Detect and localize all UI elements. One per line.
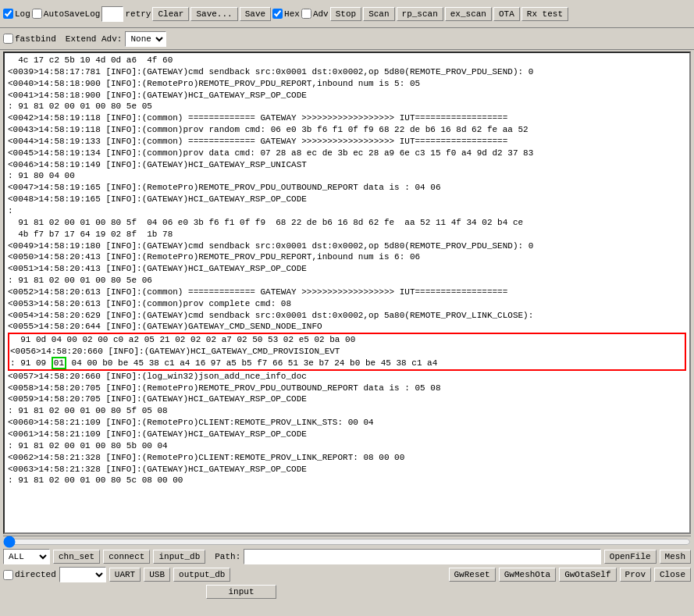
log-line: <0039>14:58:17:781 [INFO]:(GATEWAY)cmd s…: [8, 66, 686, 78]
input-db-button[interactable]: input_db: [153, 550, 205, 564]
log-line: 91 0d 04 00 02 00 c0 a2 05 21 02 02 02 a…: [8, 333, 686, 346]
ota-button[interactable]: OTA: [493, 7, 520, 21]
log-line: 4b f7 b7 17 64 19 02 8f 1b 78: [8, 229, 686, 240]
uart-button[interactable]: UART: [109, 568, 141, 582]
adv-checkbox[interactable]: [301, 9, 311, 19]
retry-label: retry: [125, 9, 151, 19]
save-button[interactable]: Save: [240, 7, 271, 21]
rp-scan-button[interactable]: rp_scan: [397, 7, 443, 21]
log-line: <0046>14:58:19:149 [INFO]:(GATEWAY)HCI_G…: [8, 159, 686, 171]
usb-button[interactable]: USB: [144, 568, 170, 582]
directed-label: directed: [15, 570, 56, 579]
log-checkbox[interactable]: [3, 9, 13, 19]
mesh-button[interactable]: Mesh: [660, 550, 691, 564]
log-line: <0047>14:58:19:165 [INFO]:(RemotePro)REM…: [8, 182, 686, 194]
log-line: : 91 09 01 04 00 b0 be 45 38 c1 a4 16 97…: [8, 358, 686, 371]
hex-checkbox[interactable]: [272, 9, 283, 19]
log-line: <0045>14:58:19:134 [INFO]:(common)prov d…: [8, 148, 686, 159]
log-line: <0044>14:58:19:133 [INFO]:(common) =====…: [8, 136, 686, 148]
log-line: 91 81 02 00 01 00 80 5f 04 06 e0 3b f6 f…: [8, 217, 686, 229]
log-line: : 91 80 04 00: [8, 170, 686, 182]
open-file-button[interactable]: OpenFile: [604, 550, 657, 564]
bottom-bar: ALL INFO WARN ERROR chn_set connect inpu…: [0, 547, 694, 601]
log-line: <0040>14:58:18:900 [INFO]:(RemotePro)REM…: [8, 78, 686, 90]
fastbind-checkbox[interactable]: [3, 34, 13, 44]
fastbind-label: fastbind: [15, 34, 56, 44]
log-line: <0059>14:58:20:705 [INFO]:(GATEWAY)HCI_G…: [8, 393, 686, 405]
stop-button[interactable]: Stop: [330, 7, 361, 21]
log-line: : 91 81 02 00 01 00 80 5e 06: [8, 275, 686, 287]
log-line: <0055>14:58:20:644 [INFO]:(GATEWAY)GATEW…: [8, 321, 686, 333]
log-line: 4c 17 c2 5b 10 4d 0d a6 4f 60: [8, 55, 686, 66]
autosavelog-checkbox[interactable]: [32, 9, 42, 19]
adv-checkbox-label[interactable]: Adv: [301, 9, 329, 19]
close-button[interactable]: Close: [654, 568, 691, 582]
green-highlight-span: 01: [52, 357, 66, 369]
log-line: <0049>14:58:19:180 [INFO]:(GATEWAY)cmd s…: [8, 240, 686, 252]
log-checkbox-label[interactable]: Log: [3, 9, 30, 19]
extend-adv-label: Extend Adv:: [66, 34, 123, 44]
retry-input[interactable]: 2: [101, 6, 123, 22]
fastbind-checkbox-label[interactable]: fastbind: [3, 34, 56, 44]
log-line: : 91 81 02 00 01 00 80 5e 05: [8, 101, 686, 112]
log-line: <0052>14:58:20:613 [INFO]:(common) =====…: [8, 287, 686, 298]
bottom-row3: input: [3, 585, 691, 599]
chn-set-button[interactable]: chn_set: [53, 550, 100, 564]
log-line: :: [8, 205, 686, 217]
log-line: : 91 81 02 00 01 00 80 5f 05 08: [8, 405, 686, 417]
log-line: <0061>14:58:21:109 [INFO]:(GATEWAY)HCI_G…: [8, 429, 686, 440]
log-line: <0048>14:58:19:165 [INFO]:(GATEWAY)HCI_G…: [8, 194, 686, 205]
extend-adv-select[interactable]: None: [125, 31, 166, 47]
autosavelog-checkbox-label[interactable]: AutoSaveLog: [32, 9, 101, 19]
hex-checkbox-label[interactable]: Hex: [272, 9, 300, 19]
bottom-row2: directed UART USB output_db GwReset GwMe…: [3, 567, 691, 582]
log-line: <0060>14:58:21:109 [INFO]:(RemotePro)CLI…: [8, 417, 686, 429]
log-line: <0056>14:58:20:660 [INFO]:(GATEWAY)HCI_G…: [8, 346, 686, 358]
toolbar-row2: fastbind Extend Adv: None: [0, 28, 694, 50]
log-line: <0050>14:58:20:413 [INFO]:(RemotePro)REM…: [8, 251, 686, 263]
adv-label: Adv: [313, 9, 329, 19]
connect-button[interactable]: connect: [103, 550, 150, 564]
toolbar-row1: Log AutoSaveLog 2 retry Clear Save... Sa…: [0, 0, 694, 28]
path-label: Path:: [215, 552, 240, 561]
log-line: <0062>14:58:21:328 [INFO]:(RemotePro)CLI…: [8, 452, 686, 464]
directed-select[interactable]: [59, 567, 106, 582]
log-line: : 91 81 02 00 01 00 80 5c 08 00 00: [8, 475, 686, 486]
log-line: <0057>14:58:20:660 [INFO]:(log_win32)jso…: [8, 371, 686, 383]
output-db-button[interactable]: output_db: [173, 568, 230, 582]
h-scroll-input[interactable]: [3, 536, 691, 547]
log-line: : 91 81 02 00 01 00 80 5b 00 04: [8, 440, 686, 452]
gw-ota-self-button[interactable]: GwOtaSelf: [559, 568, 616, 582]
log-line: <0053>14:58:20:613 [INFO]:(common)prov c…: [8, 298, 686, 310]
save-as-button[interactable]: Save...: [190, 7, 237, 21]
log-line: <0058>14:58:20:705 [INFO]:(RemotePro)REM…: [8, 383, 686, 394]
hex-label: Hex: [284, 9, 300, 19]
autosavelog-label: AutoSaveLog: [44, 9, 101, 19]
directed-checkbox-label[interactable]: directed: [3, 570, 56, 580]
filter-select[interactable]: ALL INFO WARN ERROR: [3, 549, 50, 564]
scan-button[interactable]: Scan: [363, 7, 394, 21]
gw-reset-button[interactable]: GwReset: [449, 568, 496, 582]
ex-scan-button[interactable]: ex_scan: [445, 7, 492, 21]
log-line: <0043>14:58:19:118 [INFO]:(common)prov r…: [8, 124, 686, 136]
horizontal-scrollbar[interactable]: [3, 536, 691, 547]
rx-test-button[interactable]: Rx test: [521, 7, 568, 21]
clear-button[interactable]: Clear: [152, 7, 189, 21]
path-input[interactable]: [244, 549, 601, 564]
bottom-row1: ALL INFO WARN ERROR chn_set connect inpu…: [3, 549, 691, 564]
log-line: <0042>14:58:19:118 [INFO]:(common) =====…: [8, 112, 686, 124]
log-line: <0051>14:58:20:413 [INFO]:(GATEWAY)HCI_G…: [8, 263, 686, 275]
log-line: <0063>14:58:21:328 [INFO]:(GATEWAY)HCI_G…: [8, 464, 686, 475]
log-line: <0054>14:58:20:629 [INFO]:(GATEWAY)cmd s…: [8, 310, 686, 322]
directed-checkbox[interactable]: [3, 570, 13, 580]
gw-mesh-ota-button[interactable]: GwMeshOta: [499, 568, 556, 582]
log-line: <0041>14:58:18:900 [INFO]:(GATEWAY)HCI_G…: [8, 90, 686, 101]
log-label: Log: [15, 9, 30, 19]
input-button[interactable]: input: [206, 585, 276, 599]
prov-button[interactable]: Prov: [620, 568, 651, 582]
log-area[interactable]: 4c 17 c2 5b 10 4d 0d a6 4f 60<0039>14:58…: [3, 52, 691, 534]
